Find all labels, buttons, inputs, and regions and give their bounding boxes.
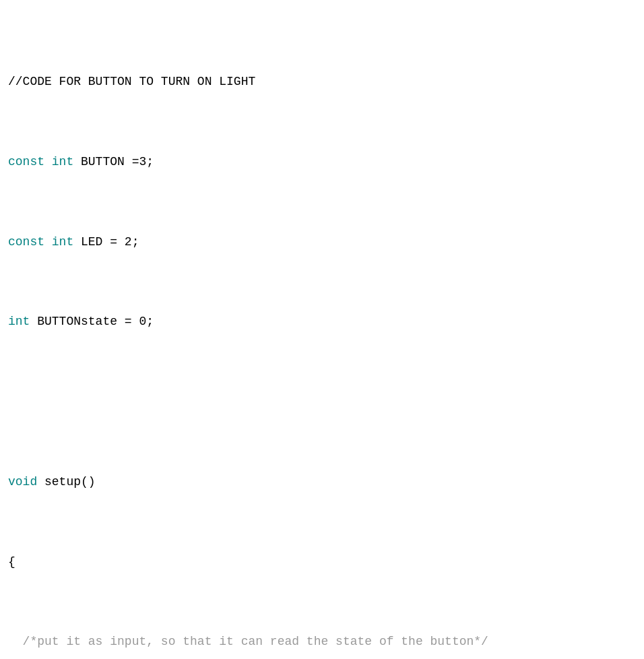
code-text: BUTTON =3; <box>73 155 154 168</box>
line-void-setup: void setup() <box>8 472 636 493</box>
code-text: LED = 2; <box>73 235 139 249</box>
keyword-const: const <box>8 235 52 249</box>
code-text: BUTTONstate = 0; <box>30 315 154 328</box>
line-const-led: const int LED = 2; <box>8 232 636 253</box>
keyword-void: void <box>8 475 37 489</box>
code-editor: //CODE FOR BUTTON TO TURN ON LIGHT const… <box>8 12 636 659</box>
code-text: { <box>8 555 15 569</box>
code-comment: /*put it as input, so that it can read t… <box>8 635 488 648</box>
line-comment-input: /*put it as input, so that it can read t… <box>8 632 636 652</box>
code-text <box>8 395 15 408</box>
line-comment-title: //CODE FOR BUTTON TO TURN ON LIGHT <box>8 72 636 92</box>
line-brace-open-setup: { <box>8 553 636 573</box>
keyword-int: int <box>52 155 73 168</box>
keyword-int: int <box>8 315 30 328</box>
code-text: setup() <box>37 475 95 489</box>
line-int-buttonstate: int BUTTONstate = 0; <box>8 312 636 332</box>
line-const-button: const int BUTTON =3; <box>8 152 636 172</box>
keyword-const: const <box>8 155 52 168</box>
keyword-int: int <box>52 235 73 249</box>
code-text: //CODE FOR BUTTON TO TURN ON LIGHT <box>8 75 255 88</box>
line-blank-1 <box>8 392 636 412</box>
